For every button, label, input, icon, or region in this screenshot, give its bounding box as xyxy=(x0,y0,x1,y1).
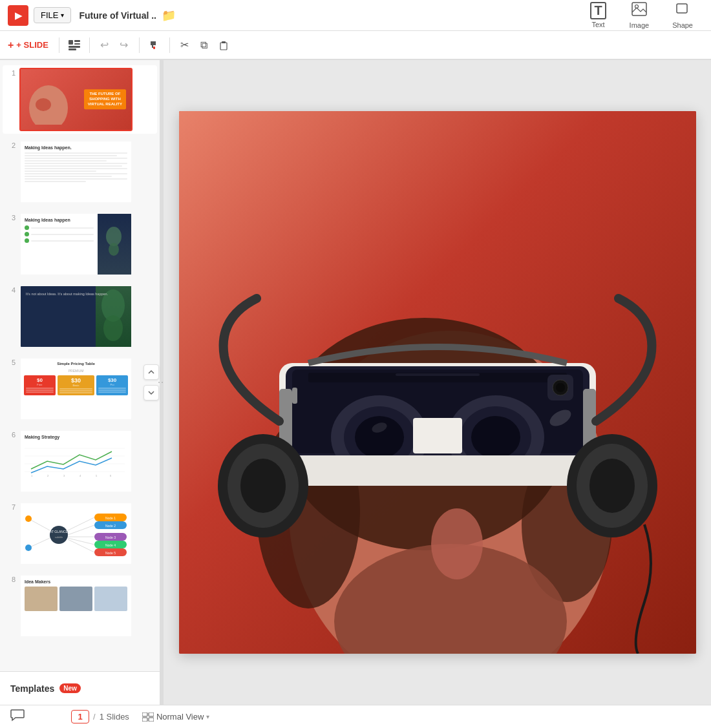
svg-point-54 xyxy=(431,508,483,579)
svg-rect-7 xyxy=(69,48,76,50)
normal-view-chevron: ▾ xyxy=(206,713,209,720)
svg-rect-9 xyxy=(220,43,227,50)
slide-thumbnail: AT GLANCE subtitle Node 1 xyxy=(19,502,133,565)
slide-item[interactable]: 5 Simple Pricing Table PREMIUM $0 Free xyxy=(3,355,157,423)
slide-thumbnail: Making Strategy 1 xyxy=(19,430,133,493)
slide-thumbnail: Idea Makers xyxy=(19,574,133,638)
slide-panel: 1 THE FUTURE OFSHOPPING WITHVIRTUAL REAL… xyxy=(0,60,160,705)
slide-thumbnail: Simple Pricing Table PREMIUM $0 Free $30… xyxy=(19,357,133,421)
svg-point-79 xyxy=(589,459,635,513)
image-tool-label: Image xyxy=(630,21,650,29)
shape-tool-button[interactable]: Shape xyxy=(662,0,703,33)
svg-rect-82 xyxy=(142,712,147,716)
svg-point-27 xyxy=(50,526,68,544)
panel-expand-bottom-button[interactable] xyxy=(143,385,159,400)
svg-point-47 xyxy=(25,515,32,522)
slide-number: 1 xyxy=(5,68,16,77)
new-badge: New xyxy=(59,683,81,693)
paint-format-button[interactable] xyxy=(145,36,164,55)
svg-text:2: 2 xyxy=(47,474,49,477)
redo-button[interactable]: ↪ xyxy=(114,36,134,55)
slide-item[interactable]: 8 Idea Makers xyxy=(3,572,157,640)
slide-number: 7 xyxy=(5,502,16,511)
svg-rect-85 xyxy=(149,718,154,722)
chat-button[interactable] xyxy=(10,709,25,725)
svg-line-45 xyxy=(28,519,50,530)
paste-button[interactable] xyxy=(214,36,233,55)
add-slide-button[interactable]: + + SLIDE xyxy=(8,39,48,51)
image-icon xyxy=(631,2,647,20)
slide-number: 8 xyxy=(5,574,16,583)
page-indicator: 1 / 1 Slides xyxy=(71,710,129,723)
svg-rect-84 xyxy=(149,712,154,716)
status-bar: 1 / 1 Slides Normal View ▾ xyxy=(0,705,711,728)
svg-rect-6 xyxy=(69,46,80,48)
chevron-down-icon: ▾ xyxy=(61,12,64,19)
svg-text:subtitle: subtitle xyxy=(55,536,63,539)
current-page[interactable]: 1 xyxy=(71,710,89,723)
text-tool-button[interactable]: T Text xyxy=(580,0,616,32)
svg-rect-62 xyxy=(292,388,297,404)
svg-text:6: 6 xyxy=(110,474,112,477)
svg-line-30 xyxy=(68,517,94,530)
folder-icon[interactable]: 📁 xyxy=(162,8,176,23)
plus-icon: + xyxy=(8,39,14,51)
layout-button[interactable] xyxy=(65,36,84,55)
slides-list: 1 THE FUTURE OFSHOPPING WITHVIRTUAL REAL… xyxy=(0,60,160,671)
slide-item[interactable]: 6 Making Strategy xyxy=(3,427,157,495)
svg-text:Node 4: Node 4 xyxy=(105,543,116,547)
svg-point-61 xyxy=(556,383,565,392)
copy-button[interactable]: ⧉ xyxy=(195,36,214,55)
panel-expand-top-button[interactable] xyxy=(143,364,159,380)
text-tool-label: Text xyxy=(591,21,604,28)
svg-rect-63 xyxy=(396,373,480,376)
slide-number: 2 xyxy=(5,140,16,149)
svg-text:Node 5: Node 5 xyxy=(105,551,116,555)
svg-point-16 xyxy=(103,315,123,341)
image-tool-button[interactable]: Image xyxy=(619,0,660,33)
shape-icon xyxy=(675,2,690,20)
slide-item[interactable]: 1 THE FUTURE OFSHOPPING WITHVIRTUAL REAL… xyxy=(3,65,157,134)
svg-rect-8 xyxy=(153,47,155,49)
svg-point-76 xyxy=(240,459,286,513)
cut-button[interactable]: ✂ xyxy=(175,36,195,55)
app-icon: ▶ xyxy=(8,5,28,26)
svg-point-14 xyxy=(109,243,119,256)
svg-text:Node 2: Node 2 xyxy=(105,524,116,528)
svg-text:Node 1: Node 1 xyxy=(105,516,116,520)
svg-rect-5 xyxy=(74,43,80,45)
slide-count: 1 Slides xyxy=(100,712,129,722)
slide-item[interactable]: 4 It's not about Ideas. It's about makin… xyxy=(3,282,157,351)
slide-thumbnail: THE FUTURE OFSHOPPING WITHVIRTUAL REALIT… xyxy=(19,68,133,131)
svg-line-46 xyxy=(28,538,50,548)
templates-label: Templates xyxy=(10,683,54,694)
slide1-text: THE FUTURE OFSHOPPING WITHVIRTUAL REALIT… xyxy=(84,89,126,109)
svg-point-68 xyxy=(355,416,404,459)
svg-rect-83 xyxy=(142,718,147,722)
svg-point-48 xyxy=(25,545,32,551)
main-slide[interactable] xyxy=(179,111,696,654)
svg-text:1: 1 xyxy=(31,474,33,477)
slide-item[interactable]: 2 Making Ideas happen. xyxy=(3,138,157,206)
shape-tool-label: Shape xyxy=(672,21,693,29)
normal-view-button[interactable]: Normal View ▾ xyxy=(137,710,215,723)
svg-rect-10 xyxy=(222,41,226,43)
page-separator: / xyxy=(93,712,96,722)
templates-button[interactable]: Templates New xyxy=(0,671,160,705)
svg-rect-71 xyxy=(286,455,589,486)
normal-view-label: Normal View xyxy=(156,712,204,722)
slide-number: 3 xyxy=(5,213,16,222)
text-icon: T xyxy=(590,2,606,19)
svg-point-12 xyxy=(36,98,51,111)
slide-item[interactable]: 3 Making Ideas happen xyxy=(3,210,157,278)
file-button[interactable]: FILE ▾ xyxy=(34,7,71,23)
svg-line-31 xyxy=(68,525,94,535)
svg-text:Node 3: Node 3 xyxy=(105,536,116,539)
svg-rect-3 xyxy=(69,40,73,45)
slide-item[interactable]: 7 AT GLANCE subtitle xyxy=(3,499,157,568)
canvas-area xyxy=(164,60,711,705)
slide-number: 6 xyxy=(5,430,16,439)
svg-text:5: 5 xyxy=(96,474,98,477)
undo-button[interactable]: ↩ xyxy=(95,36,114,55)
svg-rect-70 xyxy=(413,418,462,453)
